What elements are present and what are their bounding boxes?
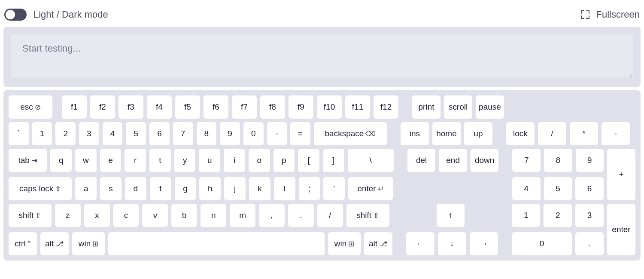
key-7[interactable]: 7 [173, 122, 193, 145]
key-e[interactable]: e [100, 149, 122, 172]
key-f[interactable]: f [150, 177, 171, 200]
key-tab[interactable]: tab⇥ [9, 149, 47, 172]
key-pause[interactable]: pause [476, 95, 504, 119]
key-f3[interactable]: f3 [118, 95, 143, 119]
key-c[interactable]: c [113, 204, 139, 227]
key-f8[interactable]: f8 [260, 95, 285, 119]
key-end[interactable]: end [439, 149, 467, 172]
key-n[interactable]: n [200, 204, 226, 227]
key-num-lock[interactable]: lock [506, 122, 535, 145]
key-alt-right[interactable]: alt⎇ [364, 232, 392, 255]
key-num-5[interactable]: 5 [544, 177, 572, 200]
key-arrow-right[interactable]: → [470, 232, 498, 255]
test-input[interactable] [11, 34, 633, 77]
key-period[interactable]: . [288, 204, 314, 227]
key-enter[interactable]: enter↵ [348, 177, 393, 200]
fullscreen-button[interactable]: Fullscreen [580, 9, 640, 20]
key-f10[interactable]: f10 [317, 95, 342, 119]
key-num-7[interactable]: 7 [512, 149, 541, 172]
key-num-0[interactable]: 0 [512, 232, 572, 255]
key-arrow-up[interactable]: ↑ [437, 204, 465, 227]
key-comma[interactable]: , [259, 204, 285, 227]
key-print[interactable]: print [412, 95, 440, 119]
key-f6[interactable]: f6 [204, 95, 228, 119]
key-home[interactable]: home [432, 122, 461, 145]
key-2[interactable]: 2 [55, 122, 76, 145]
key-slash[interactable]: / [317, 204, 343, 227]
key-b[interactable]: b [171, 204, 197, 227]
key-page-up[interactable]: up [464, 122, 492, 145]
key-r[interactable]: r [125, 149, 146, 172]
key-backtick[interactable]: ` [9, 122, 29, 145]
key-m[interactable]: m [230, 204, 255, 227]
key-f4[interactable]: f4 [147, 95, 172, 119]
key-win-right[interactable]: win⊞ [328, 232, 361, 255]
key-w[interactable]: w [75, 149, 97, 172]
key-insert[interactable]: ins [401, 122, 429, 145]
key-f1[interactable]: f1 [62, 95, 87, 119]
key-g[interactable]: g [175, 177, 196, 200]
key-minus[interactable]: - [267, 122, 287, 145]
key-num-8[interactable]: 8 [544, 149, 572, 172]
key-shift-right[interactable]: shift⇧ [346, 204, 389, 227]
key-t[interactable]: t [149, 149, 171, 172]
key-esc[interactable]: esc⊘ [9, 95, 52, 119]
key-f11[interactable]: f11 [345, 95, 370, 119]
key-num-9[interactable]: 9 [576, 149, 604, 172]
key-ctrl-left[interactable]: ctrl^ [9, 232, 37, 255]
key-arrow-left[interactable]: ← [406, 232, 434, 255]
key-x[interactable]: x [84, 204, 110, 227]
key-num-multiply[interactable]: * [570, 122, 598, 145]
key-semicolon[interactable]: ; [299, 177, 320, 200]
key-k[interactable]: k [249, 177, 270, 200]
key-i[interactable]: i [224, 149, 245, 172]
key-9[interactable]: 9 [220, 122, 240, 145]
key-page-down[interactable]: down [471, 149, 499, 172]
key-v[interactable]: v [142, 204, 168, 227]
key-j[interactable]: j [224, 177, 246, 200]
key-1[interactable]: 1 [32, 122, 52, 145]
key-0[interactable]: 0 [243, 122, 264, 145]
key-f9[interactable]: f9 [289, 95, 313, 119]
key-f7[interactable]: f7 [232, 95, 257, 119]
key-h[interactable]: h [199, 177, 221, 200]
key-num-decimal[interactable]: . [575, 232, 604, 255]
key-5[interactable]: 5 [126, 122, 146, 145]
key-delete[interactable]: del [407, 149, 436, 172]
key-f12[interactable]: f12 [374, 95, 398, 119]
key-num-6[interactable]: 6 [575, 177, 604, 200]
key-arrow-down[interactable]: ↓ [438, 232, 466, 255]
key-s[interactable]: s [100, 177, 122, 200]
key-3[interactable]: 3 [79, 122, 99, 145]
key-space[interactable] [108, 232, 325, 255]
key-p[interactable]: p [273, 149, 295, 172]
key-equals[interactable]: = [290, 122, 310, 145]
key-backspace[interactable]: backspace⌫ [314, 122, 387, 145]
key-quote[interactable]: ' [323, 177, 345, 200]
key-shift-left[interactable]: shift⇧ [9, 204, 52, 227]
key-right-bracket[interactable]: ] [323, 149, 344, 172]
key-f5[interactable]: f5 [175, 95, 200, 119]
key-d[interactable]: d [125, 177, 146, 200]
key-z[interactable]: z [55, 204, 81, 227]
key-f2[interactable]: f2 [90, 95, 115, 119]
key-num-2[interactable]: 2 [544, 204, 572, 227]
theme-toggle[interactable] [4, 9, 27, 21]
key-4[interactable]: 4 [103, 122, 123, 145]
key-a[interactable]: a [75, 177, 97, 200]
key-q[interactable]: q [50, 149, 72, 172]
key-6[interactable]: 6 [149, 122, 170, 145]
key-num-minus[interactable]: - [601, 122, 630, 145]
key-backslash[interactable]: \ [348, 149, 394, 172]
key-win-left[interactable]: win⊞ [72, 232, 105, 255]
key-num-divide[interactable]: / [538, 122, 566, 145]
key-alt-left[interactable]: alt⎇ [40, 232, 69, 255]
key-num-4[interactable]: 4 [512, 177, 541, 200]
key-num-1[interactable]: 1 [512, 204, 540, 227]
key-num-3[interactable]: 3 [575, 204, 604, 227]
key-8[interactable]: 8 [197, 122, 217, 145]
key-caps-lock[interactable]: caps lock⇪ [9, 177, 72, 200]
key-o[interactable]: o [249, 149, 270, 172]
key-l[interactable]: l [274, 177, 295, 200]
key-y[interactable]: y [174, 149, 196, 172]
